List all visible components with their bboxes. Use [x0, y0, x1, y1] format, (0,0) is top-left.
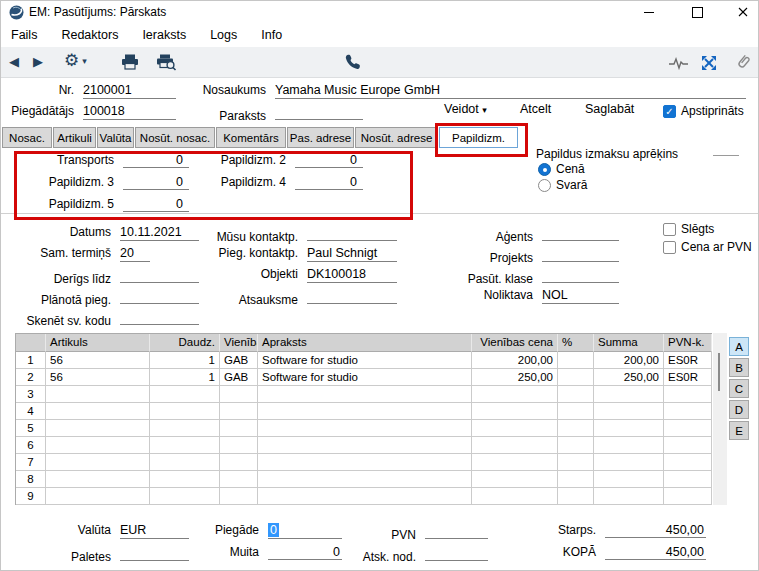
- cell-empty[interactable]: [472, 403, 558, 420]
- atsk-nod-input[interactable]: [425, 545, 488, 561]
- attachments-button[interactable]: [735, 54, 751, 71]
- cell-empty[interactable]: [220, 420, 258, 437]
- cell-empty[interactable]: [594, 454, 664, 471]
- cell-empty[interactable]: [258, 420, 472, 437]
- pasut-klase-input[interactable]: [542, 267, 619, 283]
- cell-summa[interactable]: 200,00: [594, 352, 664, 369]
- row-num[interactable]: 4: [16, 403, 46, 420]
- cell-empty[interactable]: [664, 471, 712, 488]
- cell-empty[interactable]: [150, 471, 220, 488]
- print-preview-button[interactable]: [156, 54, 177, 71]
- nosaukums-input[interactable]: Yamaha Music Europe GmbH: [275, 83, 746, 99]
- tab-nosut-adrese[interactable]: Nosūt. adrese: [355, 127, 438, 148]
- cell-empty[interactable]: [46, 471, 150, 488]
- cell-empty[interactable]: [664, 403, 712, 420]
- cell-empty[interactable]: [46, 454, 150, 471]
- cell-empty[interactable]: [472, 420, 558, 437]
- cell-empty[interactable]: [558, 386, 594, 403]
- cell-empty[interactable]: [664, 454, 712, 471]
- cell-vieniba[interactable]: GAB: [220, 352, 258, 369]
- cell-empty[interactable]: [220, 437, 258, 454]
- cell-artikuls[interactable]: 56: [46, 369, 150, 386]
- cell-empty[interactable]: [594, 471, 664, 488]
- cell-empty[interactable]: [664, 488, 712, 505]
- papildizm2-input[interactable]: 0: [295, 153, 363, 168]
- cell-apraksts[interactable]: Software for studio: [258, 369, 472, 386]
- close-button[interactable]: [725, 1, 759, 23]
- cell-empty[interactable]: [664, 437, 712, 454]
- activity-button[interactable]: [669, 56, 689, 70]
- cell-empty[interactable]: [150, 386, 220, 403]
- tab-papildizm[interactable]: Papildizm.: [439, 127, 518, 148]
- cell-empty[interactable]: [558, 420, 594, 437]
- cell-empty[interactable]: [258, 488, 472, 505]
- agents-input[interactable]: [542, 225, 619, 241]
- cell-empty[interactable]: [594, 437, 664, 454]
- cell-empty[interactable]: [258, 403, 472, 420]
- cell-pvn[interactable]: ES0R: [664, 352, 712, 369]
- atsauksme-input[interactable]: [307, 288, 397, 304]
- cell-empty[interactable]: [258, 386, 472, 403]
- saglabat-button[interactable]: Saglabāt: [585, 102, 634, 116]
- menu-ieraksts[interactable]: Ieraksts: [130, 28, 198, 42]
- veidot-button[interactable]: Veidot ▾: [444, 102, 487, 116]
- cell-empty[interactable]: [472, 437, 558, 454]
- row-num[interactable]: 1: [16, 352, 46, 369]
- cell-empty[interactable]: [594, 420, 664, 437]
- row-num[interactable]: 6: [16, 437, 46, 454]
- tab-nosac[interactable]: Nosac.: [2, 127, 52, 148]
- cell-vieniba[interactable]: GAB: [220, 369, 258, 386]
- cell-daudz[interactable]: 1: [150, 352, 220, 369]
- cell-empty[interactable]: [472, 454, 558, 471]
- nr-input[interactable]: 2100001: [83, 83, 176, 99]
- radio-cena[interactable]: Cenā: [538, 162, 585, 176]
- cell-empty[interactable]: [258, 454, 472, 471]
- cell-empty[interactable]: [258, 471, 472, 488]
- pieg-kontaktp-input[interactable]: Paul Schnigt: [307, 246, 397, 262]
- tab-pas-adrese[interactable]: Pas. adrese: [287, 127, 354, 148]
- menu-logs[interactable]: Logs: [198, 28, 249, 42]
- cell-empty[interactable]: [46, 437, 150, 454]
- skenet-sv-kodu-input[interactable]: [120, 309, 199, 325]
- row-num[interactable]: 2: [16, 369, 46, 386]
- radio-svara[interactable]: Svarā: [538, 178, 587, 192]
- tab-nosut-nosac[interactable]: Nosūt. nosac.: [135, 127, 215, 148]
- table-scrollbar[interactable]: [713, 333, 727, 505]
- cell-empty[interactable]: [558, 454, 594, 471]
- cell-empty[interactable]: [558, 488, 594, 505]
- cell-empty[interactable]: [220, 403, 258, 420]
- cell-empty[interactable]: [664, 386, 712, 403]
- cell-empty[interactable]: [150, 437, 220, 454]
- cell-artikuls[interactable]: 56: [46, 352, 150, 369]
- noliktava-input[interactable]: NOL: [542, 288, 619, 304]
- cell-empty[interactable]: [46, 420, 150, 437]
- cell-empty[interactable]: [472, 386, 558, 403]
- cell-pct[interactable]: [558, 352, 594, 369]
- sam-termins-input[interactable]: 20: [120, 246, 150, 262]
- cell-pct[interactable]: [558, 369, 594, 386]
- cell-empty[interactable]: [220, 454, 258, 471]
- menu-info[interactable]: Info: [249, 28, 294, 42]
- row-num[interactable]: 5: [16, 420, 46, 437]
- cell-cena[interactable]: 200,00: [472, 352, 558, 369]
- cell-empty[interactable]: [220, 488, 258, 505]
- atcelt-button[interactable]: Atcelt: [520, 102, 551, 116]
- objekti-input[interactable]: DK100018: [307, 267, 397, 283]
- scrollbar-thumb[interactable]: [718, 353, 720, 391]
- cell-apraksts[interactable]: Software for studio: [258, 352, 472, 369]
- projekts-input[interactable]: [542, 246, 619, 262]
- cell-empty[interactable]: [558, 471, 594, 488]
- cell-empty[interactable]: [472, 488, 558, 505]
- cell-summa[interactable]: 250,00: [594, 369, 664, 386]
- side-tab-c[interactable]: C: [729, 379, 749, 398]
- cell-empty[interactable]: [220, 386, 258, 403]
- transports-input[interactable]: 0: [123, 153, 189, 168]
- tab-valuta[interactable]: Valūta: [97, 127, 134, 148]
- cell-empty[interactable]: [558, 437, 594, 454]
- cena-ar-pvn-checkbox[interactable]: Cena ar PVN: [663, 240, 752, 254]
- paraksts-input[interactable]: [275, 104, 363, 120]
- slegts-checkbox[interactable]: Slēgts: [663, 222, 714, 236]
- cell-empty[interactable]: [594, 403, 664, 420]
- cell-daudz[interactable]: 1: [150, 369, 220, 386]
- cell-empty[interactable]: [594, 488, 664, 505]
